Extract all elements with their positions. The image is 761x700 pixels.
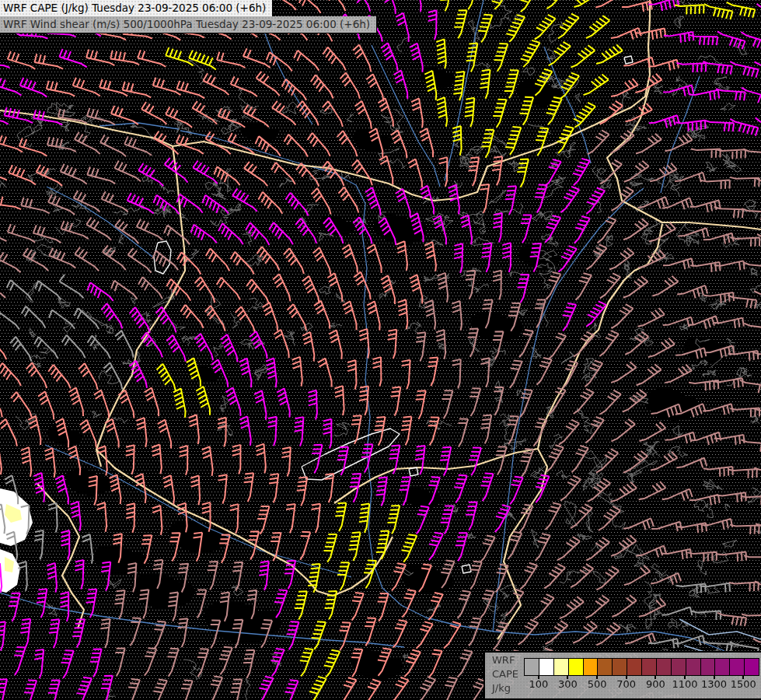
legend-cell bbox=[672, 659, 686, 675]
weather-map-canvas bbox=[0, 0, 761, 700]
legend-cell bbox=[745, 659, 759, 675]
legend-tick-label: 1300 bbox=[701, 678, 727, 690]
cape-color-legend: WRF CAPE J/kg 10030050070090011001300150… bbox=[483, 651, 761, 700]
map-title-wind-shear-text: WRF Wind shear (m/s) 500/1000hPa Tuesday… bbox=[3, 18, 370, 30]
legend-cell bbox=[569, 659, 584, 675]
legend-cell bbox=[598, 659, 613, 675]
legend-cell bbox=[730, 659, 745, 675]
weather-map-viewport: WRF CAPE (J/kg) Tuesday 23-09-2025 06:00… bbox=[0, 0, 761, 700]
legend-tick-label: 300 bbox=[558, 678, 578, 690]
legend-label-units: J/kg bbox=[492, 681, 518, 695]
legend-tick-label: 100 bbox=[529, 678, 548, 690]
legend-colorbar bbox=[524, 658, 759, 676]
legend-cell bbox=[554, 659, 569, 675]
legend-cell bbox=[657, 659, 672, 675]
legend-tick-label: 1100 bbox=[672, 678, 697, 690]
legend-tick-label: 900 bbox=[646, 678, 665, 690]
legend-label-block: WRF CAPE J/kg bbox=[492, 653, 518, 695]
legend-tick-label: 700 bbox=[616, 678, 636, 690]
legend-label-parameter: CAPE bbox=[492, 667, 518, 681]
legend-cell bbox=[715, 659, 730, 675]
legend-cell bbox=[642, 659, 657, 675]
legend-cell bbox=[686, 659, 701, 675]
map-title-wind-shear: WRF Wind shear (m/s) 500/1000hPa Tuesday… bbox=[0, 16, 377, 33]
legend-tick-label: 500 bbox=[588, 678, 607, 690]
legend-cell bbox=[525, 659, 539, 675]
legend-label-model: WRF bbox=[492, 653, 518, 667]
map-title-cape: WRF CAPE (J/kg) Tuesday 23-09-2025 06:00… bbox=[0, 0, 273, 17]
legend-cell bbox=[584, 659, 599, 675]
legend-cell bbox=[627, 659, 642, 675]
legend-cell bbox=[539, 659, 554, 675]
map-title-cape-text: WRF CAPE (J/kg) Tuesday 23-09-2025 06:00… bbox=[3, 2, 266, 14]
legend-cell bbox=[701, 659, 716, 675]
legend-cell bbox=[613, 659, 627, 675]
legend-tick-label: 1500 bbox=[731, 678, 756, 690]
